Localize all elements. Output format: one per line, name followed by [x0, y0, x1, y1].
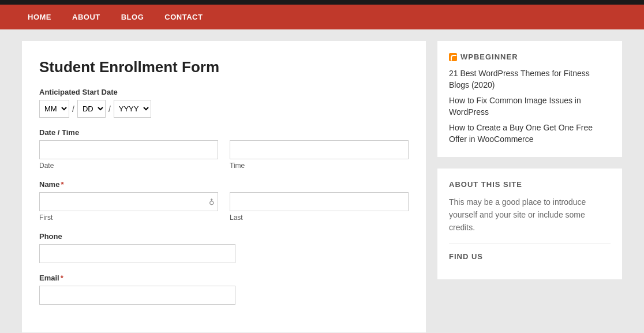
about-text: This may be a good place to introduce yo…	[449, 196, 611, 234]
rss-links-list: 21 Best WordPress Themes for Fitness Blo…	[449, 68, 611, 145]
date-row: MM010203040506070809101112 / DD010203040…	[39, 100, 409, 118]
about-title: ABOUT THIS SITE	[449, 180, 611, 189]
rss-icon	[449, 53, 457, 61]
start-date-label: Anticipated Start Date	[39, 88, 409, 96]
form-title: Student Enrollment Form	[39, 58, 409, 76]
phone-group: Phone	[39, 232, 235, 263]
rss-link[interactable]: How to Create a Buy One Get One Free Off…	[449, 123, 593, 144]
navigation: HOMEABOUTBLOGCONTACT	[0, 5, 644, 29]
rss-label: WPBEGINNER	[460, 53, 518, 61]
date-sep-2: /	[108, 104, 111, 114]
nav-item: HOME	[17, 5, 62, 29]
date-field: Date	[39, 140, 218, 170]
time-input[interactable]	[230, 140, 409, 159]
last-name-field: Last	[230, 192, 409, 222]
nav-item: BLOG	[111, 5, 155, 29]
first-name-wrapper: ♁	[39, 192, 218, 211]
last-sub-label: Last	[230, 214, 409, 222]
first-sub-label: First	[39, 214, 218, 222]
last-name-input[interactable]	[230, 192, 409, 211]
rss-link-item: How to Create a Buy One Get One Free Off…	[449, 122, 611, 145]
email-input[interactable]	[39, 286, 235, 305]
required-star: *	[61, 180, 63, 189]
phone-input[interactable]	[39, 244, 235, 263]
nav-link[interactable]: HOME	[17, 5, 62, 29]
rss-widget: WPBEGINNER 21 Best WordPress Themes for …	[437, 41, 622, 157]
year-select[interactable]: YYYY202020212022202320242025	[114, 100, 151, 118]
rss-widget-header: WPBEGINNER	[449, 53, 611, 61]
name-group: Name* ♁ First Last	[39, 180, 409, 222]
first-name-field: ♁ First	[39, 192, 218, 222]
datetime-label: Date / Time	[39, 128, 409, 137]
nav-item: CONTACT	[154, 5, 213, 29]
nav-item: ABOUT	[62, 5, 111, 29]
phone-label: Phone	[39, 232, 235, 241]
nav-link[interactable]: ABOUT	[62, 5, 111, 29]
rss-link-item: 21 Best WordPress Themes for Fitness Blo…	[449, 68, 611, 91]
rss-link[interactable]: 21 Best WordPress Themes for Fitness Blo…	[449, 69, 590, 89]
email-required-star: *	[61, 274, 63, 282]
email-group: Email*	[39, 274, 235, 305]
time-sub-label: Time	[230, 162, 409, 170]
name-label: Name*	[39, 180, 409, 189]
email-label: Email*	[39, 274, 235, 282]
divider	[449, 243, 611, 244]
top-bar	[0, 0, 644, 5]
find-us-title: FIND US	[449, 252, 611, 261]
first-name-input[interactable]	[39, 192, 218, 211]
rss-link[interactable]: How to Fix Common Image Issues in WordPr…	[449, 96, 581, 117]
datetime-group: Date / Time Date Time	[39, 128, 409, 170]
month-select[interactable]: MM010203040506070809101112	[39, 100, 69, 118]
nav-link[interactable]: CONTACT	[154, 5, 213, 29]
sidebar: WPBEGINNER 21 Best WordPress Themes for …	[437, 41, 622, 332]
rss-link-item: How to Fix Common Image Issues in WordPr…	[449, 95, 611, 118]
nav-link[interactable]: BLOG	[111, 5, 155, 29]
start-date-group: Anticipated Start Date MM010203040506070…	[39, 88, 409, 118]
name-row: ♁ First Last	[39, 192, 409, 222]
date-sub-label: Date	[39, 162, 218, 170]
date-input[interactable]	[39, 140, 218, 159]
about-widget: ABOUT THIS SITE This may be a good place…	[437, 169, 622, 279]
time-field: Time	[230, 140, 409, 170]
main-content: Student Enrollment Form Anticipated Star…	[22, 41, 426, 332]
page-wrapper: Student Enrollment Form Anticipated Star…	[10, 41, 634, 332]
datetime-row: Date Time	[39, 140, 409, 170]
day-select[interactable]: DD01020304050607080910111213141516171819…	[77, 100, 106, 118]
date-sep-1: /	[72, 104, 74, 114]
